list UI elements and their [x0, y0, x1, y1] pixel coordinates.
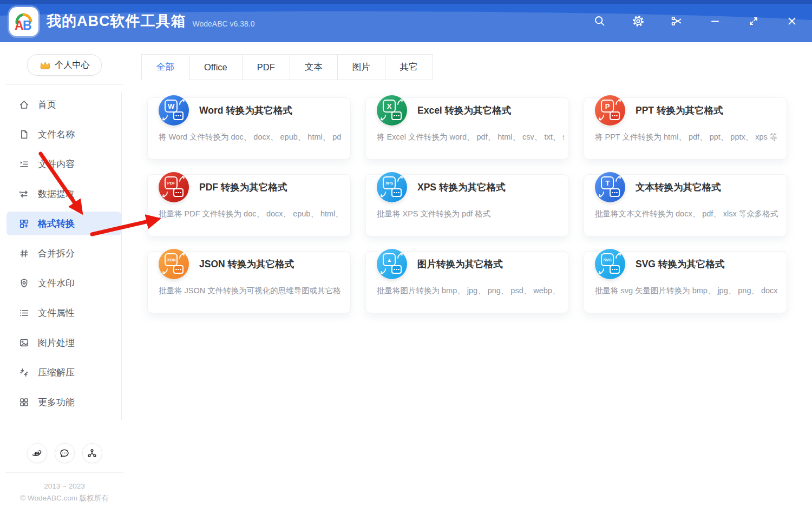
convert-arrow-icon [162, 191, 168, 197]
browser-icon [31, 448, 42, 459]
icon-mini-square [610, 188, 620, 197]
json-convert-icon: JSON [159, 249, 189, 279]
word-convert-icon: W [159, 95, 189, 126]
sidebar-item-home[interactable]: 首页 [6, 93, 121, 116]
convert-arrow-icon [598, 191, 605, 197]
sidebar-item-file-properties[interactable]: 文件属性 [6, 301, 121, 325]
more-features-icon [19, 397, 29, 407]
tab-image[interactable]: 图片 [337, 54, 385, 80]
personal-center-label: 个人中心 [55, 60, 90, 71]
card-description: 批量将 PDF 文件转换为 doc、 docx、 epub、 html、 [159, 209, 346, 219]
format-convert-icon [19, 219, 29, 229]
home-icon [19, 100, 29, 110]
tab-pdf[interactable]: PDF [242, 54, 290, 80]
sidebar-item-compress[interactable]: 压缩解压 [6, 360, 121, 384]
share-button[interactable] [82, 443, 102, 463]
card-json-convert[interactable]: JSON JSON 转换为其它格式 批量将 JSON 文件转换为可视化的思维导图… [147, 251, 351, 313]
sidebar-item-label: 图片处理 [38, 337, 75, 349]
convert-arrow-icon [380, 114, 387, 121]
personal-center-button[interactable]: 个人中心 [27, 54, 102, 76]
card-excel-convert[interactable]: X Excel 转换为其它格式 将 Excel 文件转换为 word、 pdf、… [365, 97, 569, 160]
card-word-convert[interactable]: W Word 转换为其它格式 将 Word 文件转换为 doc、 docx、 e… [147, 97, 351, 160]
card-description: 批量将文本文件转换为 docx、 pdf、 xlsx 等众多格式 [595, 209, 782, 219]
icon-badge: X [387, 102, 391, 110]
excel-convert-icon: X [377, 95, 407, 126]
maximize-button[interactable] [746, 14, 761, 28]
minimize-button[interactable] [708, 14, 722, 28]
card-description: 将 Word 文件转换为 doc、 docx、 epub、 html、 pd [159, 132, 346, 142]
card-title: PPT 转换为其它格式 [636, 104, 723, 117]
sidebar-item-file-name[interactable]: 文件名称 [6, 122, 121, 146]
feedback-chat-icon [59, 448, 70, 459]
convert-arrow-icon [598, 114, 605, 121]
category-tabs: 全部 Office PDF 文本 图片 其它 [141, 54, 787, 80]
sidebar-divider-top [5, 84, 123, 85]
sidebar-item-label: 数据提取 [38, 188, 75, 200]
sidebar-menu: 首页 文件名称 文件内容 数据提取 [0, 93, 122, 420]
icon-mini-square [391, 188, 402, 197]
sidebar-item-label: 压缩解压 [38, 366, 75, 379]
card-xps-convert[interactable]: XPS XPS 转换为其它格式 批量将 XPS 文件转换为 pdf 格式 [365, 174, 569, 236]
sidebar-item-more-features[interactable]: 更多功能 [6, 390, 121, 414]
tab-office[interactable]: Office [189, 54, 243, 80]
icon-badge: P [605, 102, 610, 110]
card-description: 将 PPT 文件转换为 html、 pdf、 ppt、 pptx、 xps 等 [595, 132, 782, 142]
cut-button[interactable] [670, 14, 684, 28]
sidebar-item-format-convert[interactable]: 格式转换 [6, 212, 121, 235]
sidebar-item-data-extract[interactable]: 数据提取 [6, 182, 121, 206]
minimize-icon [709, 15, 722, 28]
text-convert-icon: T [595, 172, 625, 202]
tab-other[interactable]: 其它 [385, 54, 433, 80]
convert-arrow-icon [397, 176, 403, 182]
sidebar-item-label: 更多功能 [38, 396, 75, 408]
convert-arrow-icon [397, 99, 403, 106]
pdf-convert-icon: PDF [159, 172, 189, 202]
sidebar-item-label: 文件内容 [38, 158, 75, 170]
card-svg-convert[interactable]: SVG SVG 转换为其它格式 批量将 svg 矢量图片转换为 bmp、 jpg… [584, 251, 787, 313]
convert-arrow-icon [179, 99, 185, 106]
close-button[interactable] [785, 14, 799, 28]
convert-arrow-icon [380, 268, 387, 274]
app-logo-icon: A B [12, 10, 35, 33]
card-pdf-convert[interactable]: PDF PDF 转换为其它格式 批量将 PDF 文件转换为 doc、 docx、… [147, 174, 351, 236]
card-description: 批量将 JSON 文件转换为可视化的思维导图或其它格 [159, 286, 346, 296]
convert-arrow-icon [162, 114, 168, 121]
sidebar-item-label: 文件水印 [38, 277, 75, 289]
tab-label: 文本 [305, 61, 323, 73]
app-version: WodeABC v6.38.0 [193, 19, 255, 28]
tab-all[interactable]: 全部 [141, 54, 189, 80]
tool-card-grid: W Word 转换为其它格式 将 Word 文件转换为 doc、 docx、 e… [147, 97, 787, 313]
compress-icon [19, 367, 29, 378]
tab-label: PDF [257, 62, 275, 73]
search-icon [593, 15, 606, 28]
convert-arrow-icon [615, 253, 621, 259]
convert-arrow-icon [615, 99, 621, 106]
card-ppt-convert[interactable]: P PPT 转换为其它格式 将 PPT 文件转换为 html、 pdf、 ppt… [584, 97, 787, 160]
sidebar-item-label: 文件属性 [38, 307, 75, 319]
sidebar-item-watermark[interactable]: 文件水印 [6, 271, 121, 295]
sidebar: 个人中心 首页 文件名称 文件内容 [0, 42, 129, 514]
sidebar-item-merge-split[interactable]: 合并拆分 [6, 241, 121, 265]
copyright-years: 2013 ~ 2023 [0, 480, 129, 492]
card-text-convert[interactable]: T 文本转换为其它格式 批量将文本文件转换为 docx、 pdf、 xlsx 等… [584, 174, 787, 236]
icon-mini-square [173, 265, 184, 274]
file-content-icon [19, 159, 29, 169]
app-logo: A B [9, 7, 38, 36]
feedback-button[interactable] [55, 443, 75, 463]
browser-button[interactable] [27, 443, 47, 463]
sidebar-item-image-process[interactable]: 图片处理 [6, 331, 121, 354]
icon-mini-square [610, 111, 620, 120]
icon-badge: JSON [167, 258, 176, 262]
settings-button[interactable] [631, 14, 645, 28]
svg-text:B: B [23, 18, 32, 32]
card-image-convert[interactable]: ▲ 图片转换为其它格式 批量将图片转换为 bmp、 jpg、 png、 psd、… [365, 251, 569, 313]
icon-badge: T [605, 179, 610, 187]
main-content: 全部 Office PDF 文本 图片 其它 W Word 转换为其它格式 [129, 42, 812, 514]
image-convert-icon: ▲ [377, 249, 407, 279]
tab-text[interactable]: 文本 [290, 54, 338, 80]
card-title: PDF 转换为其它格式 [199, 181, 287, 194]
titlebar: A B 我的ABC软件工具箱 WodeABC v6.38.0 [0, 0, 812, 42]
search-button[interactable] [593, 14, 607, 28]
convert-arrow-icon [397, 253, 403, 259]
sidebar-item-file-content[interactable]: 文件内容 [6, 152, 121, 176]
